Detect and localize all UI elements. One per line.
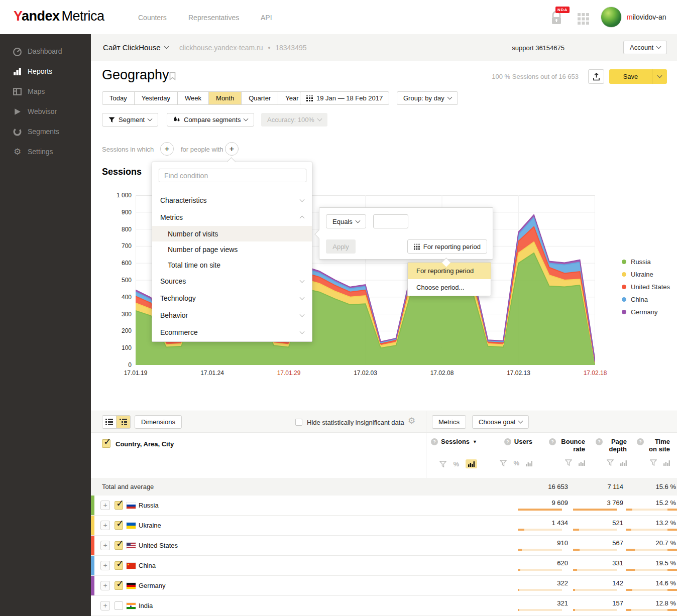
condition-group-sources[interactable]: Sources xyxy=(152,273,312,290)
expand-row-button[interactable]: + xyxy=(100,581,110,590)
chevron-down-icon xyxy=(447,95,452,100)
row-checkbox[interactable] xyxy=(115,541,123,550)
filter-icon[interactable] xyxy=(650,459,657,466)
segment-button[interactable]: Segment xyxy=(102,113,158,127)
condition-group-behavior[interactable]: Behavior xyxy=(152,307,312,324)
help-icon[interactable]: ? xyxy=(431,438,438,445)
filter-icon[interactable] xyxy=(565,459,572,466)
legend-item-united-states[interactable]: United States xyxy=(622,283,670,291)
column-header-users[interactable]: ? Users xyxy=(477,438,532,445)
column-header-time-on-site[interactable]: ? Time on site xyxy=(622,438,670,453)
row-label[interactable]: India xyxy=(139,602,153,609)
choose-goal-button[interactable]: Choose goal xyxy=(472,415,529,429)
avatar[interactable] xyxy=(601,7,622,28)
row-label[interactable]: Ukraine xyxy=(139,522,161,529)
nav-api[interactable]: API xyxy=(261,14,272,22)
tab-today[interactable]: Today xyxy=(102,91,135,105)
column-header-sessions[interactable]: ? Sessions ▼ xyxy=(407,438,477,445)
tab-quarter[interactable]: Quarter xyxy=(241,91,278,105)
legend-item-russia[interactable]: Russia xyxy=(622,258,651,266)
condition-group-characteristics[interactable]: Characteristics xyxy=(152,192,312,209)
save-button[interactable]: Save xyxy=(609,69,667,84)
condition-group-ecommerce[interactable]: Ecommerce xyxy=(152,324,312,341)
row-checkbox[interactable] xyxy=(115,501,123,510)
sidebar-item-webvisor[interactable]: Webvisor xyxy=(0,101,91,121)
metrics-button[interactable]: Metrics xyxy=(432,415,466,429)
expand-row-button[interactable]: + xyxy=(100,561,110,570)
row-label[interactable]: Germany xyxy=(139,582,165,589)
nav-counters[interactable]: Counters xyxy=(138,14,167,22)
filter-icon[interactable] xyxy=(500,460,507,466)
condition-group-technology[interactable]: Technology xyxy=(152,290,312,307)
legend-item-china[interactable]: China xyxy=(622,296,648,303)
flat-list-view-button[interactable] xyxy=(102,415,117,429)
bar-mode-icon[interactable] xyxy=(526,460,532,466)
expand-row-button[interactable]: + xyxy=(100,501,110,510)
bookmark-icon[interactable] xyxy=(169,72,176,82)
sidebar-item-maps[interactable]: Maps xyxy=(0,81,91,101)
row-label[interactable]: China xyxy=(139,562,156,569)
site-selector[interactable]: Сайт ClickHouse xyxy=(103,43,168,52)
column-header-bounce-rate[interactable]: ? Bounce rate xyxy=(535,438,585,453)
sidebar-item-settings[interactable]: ⚙ Settings xyxy=(0,142,91,162)
filter-icon[interactable] xyxy=(439,461,446,467)
legend-item-germany[interactable]: Germany xyxy=(622,308,657,316)
tab-yesterday[interactable]: Yesterday xyxy=(134,91,178,105)
apps-grid-icon[interactable] xyxy=(578,13,589,27)
for-reporting-period-button[interactable]: For reporting period xyxy=(407,239,487,254)
legend-item-ukraine[interactable]: Ukraine xyxy=(622,271,653,278)
column-header-page-depth[interactable]: ? Page depth xyxy=(579,438,627,453)
dimensions-button[interactable]: Dimensions xyxy=(135,415,182,429)
account-button[interactable]: Account xyxy=(623,41,667,54)
yandex-metrica-logo[interactable]: YandexMetrica xyxy=(14,9,104,24)
sidebar-item-dashboard[interactable]: Dashboard xyxy=(0,41,91,61)
period-option-choose-period[interactable]: Choose period... xyxy=(408,279,491,296)
filter-icon[interactable] xyxy=(607,459,614,466)
period-option-for-reporting-period[interactable]: For reporting period xyxy=(408,263,491,279)
dimension-checkbox[interactable] xyxy=(102,439,110,448)
compare-segments-button[interactable]: Compare segments xyxy=(167,113,254,127)
sidebar-item-segments[interactable]: Segments xyxy=(0,121,91,142)
condition-item-total-time-on-site[interactable]: Total time on site xyxy=(152,257,312,273)
help-icon[interactable]: ? xyxy=(504,438,511,445)
row-label[interactable]: Russia xyxy=(139,502,159,509)
accuracy-button[interactable]: Accuracy: 100% xyxy=(261,113,327,127)
help-icon[interactable]: ? xyxy=(637,438,644,445)
percent-mode-icon[interactable]: % xyxy=(453,460,459,468)
hide-insignificant-checkbox[interactable] xyxy=(295,419,302,426)
percent-mode-icon[interactable]: % xyxy=(513,459,519,467)
row-checkbox[interactable] xyxy=(115,521,123,530)
add-session-condition-button[interactable]: + xyxy=(160,142,174,156)
bar-mode-icon[interactable] xyxy=(466,459,477,468)
expand-row-button[interactable]: + xyxy=(100,521,110,530)
nav-representatives[interactable]: Representatives xyxy=(188,14,239,22)
apply-button[interactable]: Apply xyxy=(326,239,356,254)
save-dropdown-arrow[interactable] xyxy=(652,69,667,84)
condition-item-number-of-visits[interactable]: Number of visits xyxy=(152,226,312,241)
condition-item-number-of-page-views[interactable]: Number of page views xyxy=(152,241,312,257)
bar-mode-icon[interactable] xyxy=(663,460,670,466)
gear-icon[interactable]: ⚙ xyxy=(408,416,415,426)
operator-select[interactable]: Equals xyxy=(326,214,366,228)
condition-value-input[interactable] xyxy=(373,214,408,228)
row-checkbox[interactable] xyxy=(115,601,123,610)
sidebar-item-reports[interactable]: Reports xyxy=(0,61,91,81)
tab-week[interactable]: Week xyxy=(177,91,209,105)
help-icon[interactable]: ? xyxy=(596,438,603,445)
help-icon[interactable]: ? xyxy=(549,438,556,445)
export-button[interactable] xyxy=(588,69,604,84)
tab-month[interactable]: Month xyxy=(208,91,242,105)
condition-group-metrics[interactable]: Metrics xyxy=(152,209,312,226)
expand-row-button[interactable]: + xyxy=(100,601,110,610)
group-by-button[interactable]: Group: by day xyxy=(397,91,458,105)
find-condition-input[interactable] xyxy=(159,169,306,182)
add-people-condition-button[interactable]: + xyxy=(225,142,239,156)
date-range-button[interactable]: 19 Jan — 18 Feb 2017 xyxy=(300,91,389,105)
row-checkbox[interactable] xyxy=(115,581,123,590)
row-checkbox[interactable] xyxy=(115,561,123,570)
username[interactable]: milovidov-an xyxy=(627,13,666,21)
expand-row-button[interactable]: + xyxy=(100,541,110,550)
lock-icon[interactable] xyxy=(550,11,562,25)
row-label[interactable]: United States xyxy=(139,542,178,549)
tree-view-button[interactable] xyxy=(116,415,131,429)
